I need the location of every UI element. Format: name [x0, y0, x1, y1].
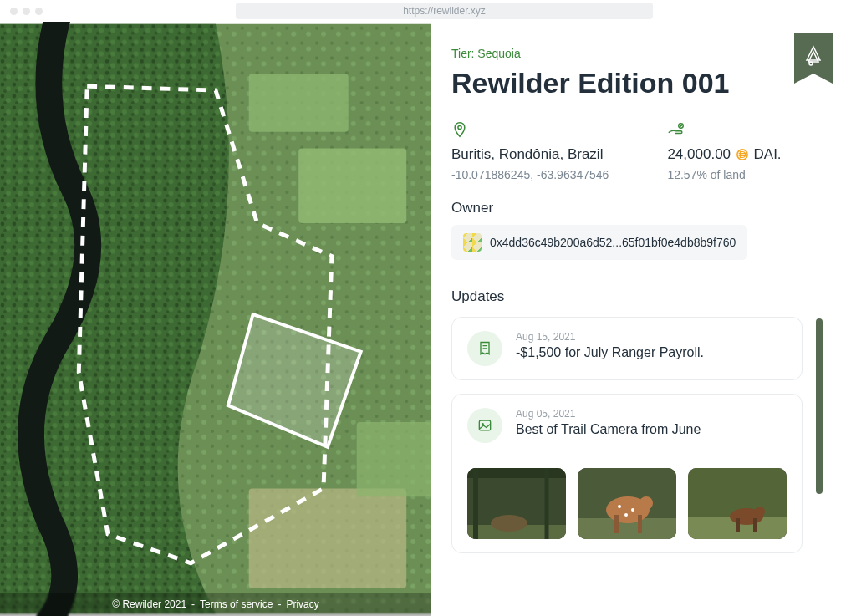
svg-point-31 [631, 508, 634, 512]
copyright-text: © Rewilder 2021 [112, 598, 186, 610]
update-date: Aug 15, 2021 [516, 331, 787, 343]
value-amount: 24,000.00 DAI. [667, 146, 781, 163]
currency-label: DAI. [754, 146, 782, 162]
thumbnail-row [467, 468, 787, 539]
location-name: Buritis, Rondônia, Brazil [451, 146, 609, 163]
map-panel[interactable]: © Rewilder 2021 - Terms of service - Pri… [0, 22, 431, 616]
svg-point-15 [737, 150, 747, 160]
scrollbar-thumb[interactable] [816, 318, 823, 494]
window-controls [10, 8, 43, 15]
owner-address: 0x4dd36c49b200a6d52...65f01bf0e4db8b9f76… [490, 236, 736, 249]
update-date: Aug 05, 2021 [516, 408, 787, 420]
update-title: -$1,500 for July Ranger Payroll. [516, 345, 787, 360]
owner-chip[interactable]: 0x4dd36c49b200a6d52...65f01bf0e4db8b9f76… [451, 225, 747, 260]
amount-number: 24,000.00 [667, 146, 731, 162]
location-coords: -10.071886245, -63.96347546 [451, 168, 609, 181]
owner-avatar [463, 233, 482, 252]
map-footer: © Rewilder 2021 - Terms of service - Pri… [0, 593, 431, 616]
hand-coin-icon [667, 121, 685, 138]
updates-label: Updates [451, 288, 819, 305]
svg-rect-36 [736, 518, 740, 532]
svg-rect-21 [467, 468, 566, 478]
receipt-icon [467, 331, 502, 366]
update-title: Best of Trail Camera from June [516, 422, 787, 437]
page-title: Rewilder Edition 001 [451, 67, 819, 99]
bookmark-badge [794, 33, 833, 94]
trail-cam-thumb[interactable] [688, 468, 787, 539]
satellite-map [0, 22, 431, 616]
svg-rect-28 [638, 515, 642, 533]
trail-cam-thumb[interactable] [467, 468, 566, 539]
browser-chrome: https://rewilder.xyz [0, 0, 856, 22]
info-grid: Buritis, Rondônia, Brazil -10.071886245,… [451, 121, 819, 181]
maximize-window[interactable] [35, 8, 43, 15]
svg-rect-11 [357, 422, 431, 496]
detail-panel: Tier: Sequoia Rewilder Edition 001 Burit… [431, 22, 856, 616]
dai-icon [736, 149, 748, 160]
update-card[interactable]: Aug 05, 2021 Best of Trail Camera from J… [451, 394, 802, 553]
terms-link[interactable]: Terms of service [200, 598, 273, 610]
close-window[interactable] [10, 8, 18, 15]
updates-list: Aug 15, 2021 -$1,500 for July Ranger Pay… [451, 317, 819, 553]
scrollbar[interactable] [816, 318, 823, 552]
svg-point-20 [491, 515, 527, 532]
svg-point-13 [458, 125, 461, 129]
image-icon [467, 408, 502, 443]
svg-rect-37 [753, 518, 757, 532]
svg-point-38 [755, 507, 765, 517]
owner-label: Owner [451, 200, 819, 216]
svg-point-30 [618, 505, 621, 508]
updates-section: Updates Aug 15, 2021 -$1,500 for July Ra… [451, 288, 819, 553]
svg-point-32 [624, 513, 628, 517]
minimize-window[interactable] [23, 8, 30, 15]
land-share: 12.57% of land [667, 168, 781, 181]
svg-point-29 [639, 496, 653, 510]
location-pin-icon [451, 121, 468, 138]
update-card[interactable]: Aug 15, 2021 -$1,500 for July Ranger Pay… [451, 317, 802, 380]
svg-rect-10 [249, 488, 407, 588]
value-block: 24,000.00 DAI. 12.57% of land [667, 121, 781, 181]
tier-label: Tier: Sequoia [451, 47, 819, 60]
svg-rect-9 [298, 149, 406, 223]
svg-rect-8 [249, 74, 349, 131]
url-bar[interactable]: https://rewilder.xyz [236, 3, 653, 19]
svg-rect-27 [614, 515, 619, 533]
privacy-link[interactable]: Privacy [286, 598, 318, 610]
trail-cam-thumb[interactable] [578, 468, 676, 539]
location-block: Buritis, Rondônia, Brazil -10.071886245,… [451, 121, 609, 181]
